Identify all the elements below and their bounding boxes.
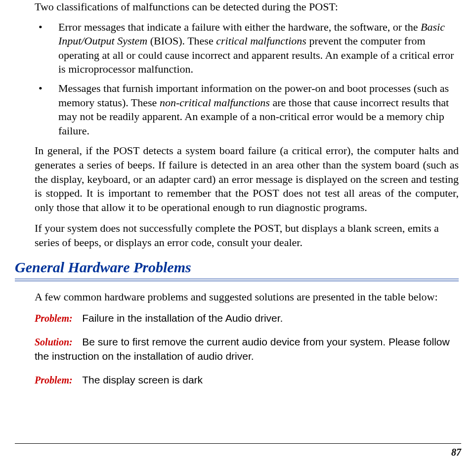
solution-block: Solution: Be sure to first remove the cu… [35,335,459,364]
bullet-text-mid: (BIOS). These [147,35,216,47]
table-intro: A few common hardware problems and sugge… [35,290,459,304]
problem-label: Problem: [35,313,73,324]
solution-label: Solution: [35,337,73,347]
bullet-item: Messages that furnish important informat… [35,82,459,138]
bullet-item: Error messages that indicate a failure w… [35,20,459,77]
problem-block: Problem: Failure in the installation of … [35,311,459,326]
solution-text: Be sure to first remove the current audi… [35,336,450,362]
section-heading: General Hardware Problems [15,259,459,276]
page-content: Two classifications of malfunctions can … [15,0,461,387]
problem-text: Failure in the installation of the Audio… [82,312,283,324]
paragraph: If your system does not successfully com… [35,221,459,250]
bullet-text-italic: critical malfunctions [216,35,306,47]
bullet-list: Error messages that indicate a failure w… [35,20,459,138]
paragraph: In general, if the POST detects a system… [35,144,459,214]
heading-underline [15,279,459,281]
problem-text: The display screen is dark [82,374,203,385]
page-number: 87 [451,447,461,458]
problem-label: Problem: [35,375,73,385]
problem-block: Problem: The display screen is dark [35,373,459,387]
bullet-text-pre: Error messages that indicate a failure w… [58,21,421,33]
bullet-text-italic: non-critical malfunctions [160,96,270,109]
footer-rule [15,443,461,444]
intro-text: Two classifications of malfunctions can … [35,0,459,14]
